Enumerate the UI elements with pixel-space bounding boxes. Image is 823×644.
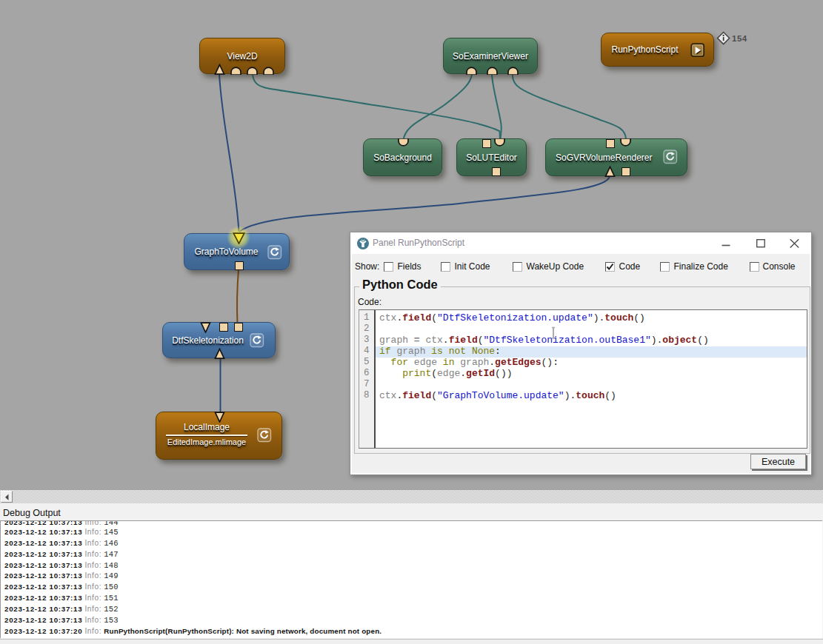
svg-text:154: 154 [732, 34, 747, 43]
